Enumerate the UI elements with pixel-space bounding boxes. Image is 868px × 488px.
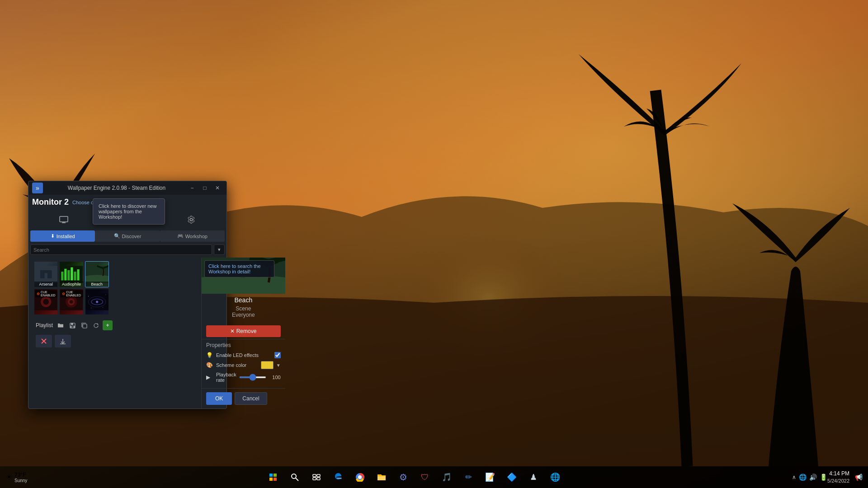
stop-button[interactable] <box>36 335 52 347</box>
dialog-content: Arsenal Au <box>28 258 226 408</box>
svg-point-48 <box>292 474 296 479</box>
maximize-button[interactable]: □ <box>199 183 210 192</box>
blue-app-button[interactable]: ✏ <box>458 467 478 487</box>
playlist-save-button[interactable] <box>67 320 77 330</box>
svg-point-31 <box>88 296 89 296</box>
title-bar: » Wallpaper Engine 2.0.98 - Steam Editio… <box>28 181 226 195</box>
play-icon: ▶ <box>206 374 213 380</box>
wallpaper-rating: Everyone <box>206 312 281 318</box>
remove-x-icon: ✕ Remove <box>230 328 256 334</box>
svg-rect-14 <box>65 269 67 281</box>
playlist-add-button[interactable]: + <box>103 320 113 330</box>
minimize-button[interactable]: − <box>187 183 198 192</box>
tab-installed-label: Installed <box>57 234 75 239</box>
wallpaper-item-cue2[interactable]: ⚙ CUE ENABLED <box>59 289 83 315</box>
beach-label: Beach <box>85 282 108 287</box>
playlist-refresh-button[interactable] <box>91 320 101 330</box>
svg-point-33 <box>91 308 91 308</box>
green-app-button[interactable]: 🎵 <box>437 467 457 487</box>
weather-icon: ☀ <box>5 472 13 482</box>
svg-rect-45 <box>274 474 277 477</box>
task-view-button[interactable] <box>307 467 326 487</box>
discover-tooltip: Click here to discover new wallpapers fr… <box>93 198 165 225</box>
tab-installed[interactable]: ⬇ Installed <box>30 230 95 242</box>
svg-rect-50 <box>313 474 316 477</box>
taskbar-center-icons: ⚙ 🛡 🎵 ✏ 📝 🔷 ♟ 🌐 <box>36 467 792 487</box>
app-icon-1[interactable]: 🌐 <box>545 467 565 487</box>
shield-button[interactable]: 🛡 <box>415 467 435 487</box>
discover-icon: 🔍 <box>114 233 120 239</box>
led-checkbox[interactable] <box>274 352 281 358</box>
search-taskbar-button[interactable] <box>285 467 305 487</box>
wallpaper-item-beach[interactable]: Beach <box>85 261 109 287</box>
left-panel: Arsenal Au <box>28 258 114 408</box>
cue2-icon: ⚙ <box>62 292 65 296</box>
chrome-button[interactable] <box>350 467 370 487</box>
tab-workshop-label: Workshop <box>185 234 208 239</box>
taskbar: ☀ 73°F Sunny <box>0 466 868 488</box>
wallpaper-name: Beach <box>206 296 281 304</box>
slider-container: 100 <box>239 375 281 380</box>
svg-line-49 <box>296 478 298 481</box>
bottom-action-row <box>32 333 111 351</box>
wallpaper-grid: Arsenal Au <box>32 261 111 315</box>
download-button[interactable] <box>55 335 71 347</box>
notification-icon[interactable]: 📢 <box>855 474 863 481</box>
svg-rect-46 <box>269 478 273 481</box>
expand-panel-button[interactable]: » <box>32 183 43 193</box>
taskbar-clock[interactable]: 4:14 PM 5/24/2022 <box>827 470 849 484</box>
scheme-color-row: 🎨 Scheme color ▼ <box>206 361 281 369</box>
tab-discover[interactable]: 🔍 Discover <box>95 230 160 242</box>
svg-rect-18 <box>77 269 80 280</box>
close-button[interactable]: ✕ <box>212 183 223 192</box>
led-label: Enable LED effects <box>216 352 272 358</box>
svg-rect-15 <box>68 270 70 280</box>
color-swatch[interactable] <box>261 361 274 369</box>
network-icon[interactable]: 🌐 <box>799 474 807 481</box>
svg-rect-39 <box>83 324 87 328</box>
svg-rect-13 <box>61 272 64 280</box>
teal-app-button[interactable]: 📝 <box>480 467 500 487</box>
svg-rect-16 <box>71 267 73 281</box>
ok-button[interactable]: OK <box>206 392 232 405</box>
svg-rect-52 <box>313 478 316 480</box>
playlist-copy-button[interactable] <box>79 320 89 330</box>
playlist-folder-button[interactable] <box>56 320 66 330</box>
window-title: Wallpaper Engine 2.0.98 - Steam Edition <box>47 185 187 191</box>
volume-icon[interactable]: 🔊 <box>809 474 817 481</box>
wallpaper-type: Scene <box>206 305 281 312</box>
scheme-color-label: Scheme color <box>216 362 258 368</box>
settings-icon-button[interactable] <box>183 213 199 226</box>
wallpaper-item-arsenal[interactable]: Arsenal <box>34 261 58 287</box>
tray-icon-1[interactable]: ∧ <box>792 474 796 480</box>
arsenal-label: Arsenal <box>34 282 57 287</box>
wallpaper-item-cue1[interactable]: ⚙ CUE ENABLED <box>34 289 58 315</box>
steam-button[interactable]: ♟ <box>524 467 543 487</box>
playback-slider[interactable] <box>239 376 266 378</box>
battery-icon[interactable]: 🔋 <box>820 474 827 481</box>
discord-button[interactable]: ⚙ <box>393 467 413 487</box>
remove-button[interactable]: ✕ Remove <box>206 325 281 337</box>
file-explorer-button[interactable] <box>372 467 392 487</box>
playback-value: 100 <box>268 375 281 380</box>
search-row: ▾ <box>28 244 226 255</box>
color-arrow-icon[interactable]: ▼ <box>276 363 281 368</box>
orange-app-button[interactable]: 🔷 <box>502 467 522 487</box>
wallpaper-item-audiophile[interactable]: Audiophile <box>59 261 83 287</box>
wallpaper-item-galaxy[interactable] <box>85 289 109 315</box>
cue1-badge-text: CUE ENABLED <box>41 291 56 297</box>
svg-point-26 <box>70 300 73 304</box>
edge-button[interactable] <box>328 467 348 487</box>
wallpaper-info: Beach Scene Everyone <box>202 294 285 324</box>
cue-icon: ⚙ <box>37 292 40 296</box>
search-input[interactable] <box>30 244 212 255</box>
search-dropdown-button[interactable]: ▾ <box>214 244 225 255</box>
svg-rect-51 <box>317 474 320 477</box>
monitor-icon-button[interactable] <box>56 213 72 226</box>
start-button[interactable] <box>263 467 283 487</box>
cancel-button[interactable]: Cancel <box>235 392 267 405</box>
playlist-icons: + <box>56 320 113 330</box>
tab-workshop[interactable]: 🎮 Workshop <box>160 230 225 242</box>
workshop-link[interactable]: Click here to search the Workshop in det… <box>204 260 274 277</box>
led-icon: 💡 <box>206 352 213 358</box>
